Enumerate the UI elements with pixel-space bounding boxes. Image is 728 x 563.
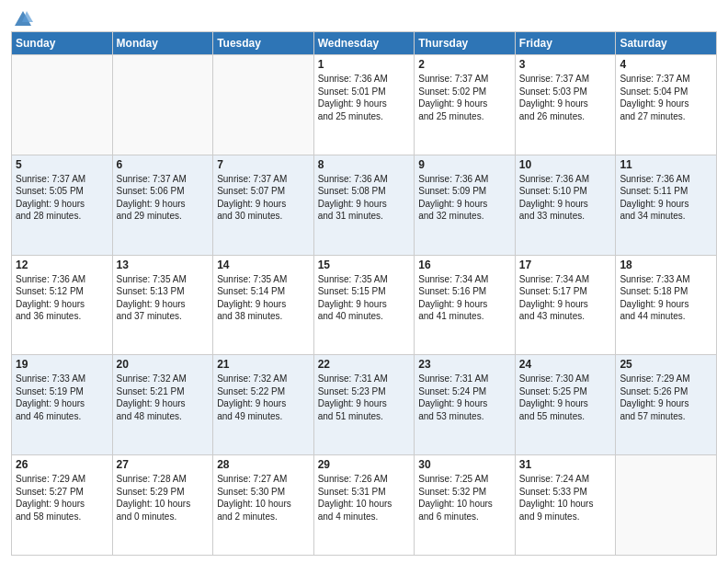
weekday-header-saturday: Saturday (616, 32, 717, 55)
day-info: Sunrise: 7:34 AM Sunset: 5:17 PM Dayligh… (519, 273, 612, 323)
day-info: Sunrise: 7:27 AM Sunset: 5:30 PM Dayligh… (217, 473, 310, 523)
day-number: 4 (620, 58, 712, 71)
calendar-cell: 14Sunrise: 7:35 AM Sunset: 5:14 PM Dayli… (213, 255, 314, 355)
day-number: 26 (16, 458, 108, 471)
day-info: Sunrise: 7:36 AM Sunset: 5:09 PM Dayligh… (418, 173, 511, 223)
day-number: 27 (117, 458, 210, 471)
calendar-cell (616, 455, 717, 556)
day-number: 2 (418, 58, 511, 71)
calendar-cell: 30Sunrise: 7:25 AM Sunset: 5:32 PM Dayli… (415, 455, 516, 556)
page-container: SundayMondayTuesdayWednesdayThursdayFrid… (0, 0, 728, 563)
day-number: 22 (318, 358, 411, 371)
day-number: 18 (620, 259, 712, 271)
day-info: Sunrise: 7:29 AM Sunset: 5:26 PM Dayligh… (620, 373, 712, 422)
day-info: Sunrise: 7:36 AM Sunset: 5:01 PM Dayligh… (318, 73, 411, 122)
calendar-cell (112, 55, 213, 155)
day-number: 24 (519, 358, 612, 371)
calendar-cell: 13Sunrise: 7:35 AM Sunset: 5:13 PM Dayli… (112, 255, 213, 355)
calendar-cell (12, 55, 113, 155)
day-number: 8 (318, 158, 411, 171)
weekday-header-wednesday: Wednesday (313, 32, 415, 55)
day-info: Sunrise: 7:37 AM Sunset: 5:03 PM Dayligh… (519, 73, 612, 122)
calendar-cell (213, 55, 314, 155)
calendar-cell: 10Sunrise: 7:36 AM Sunset: 5:10 PM Dayli… (515, 155, 616, 255)
day-number: 29 (318, 458, 411, 471)
day-number: 13 (117, 259, 210, 271)
calendar-cell: 4Sunrise: 7:37 AM Sunset: 5:04 PM Daylig… (616, 55, 717, 155)
day-info: Sunrise: 7:28 AM Sunset: 5:29 PM Dayligh… (117, 473, 210, 523)
calendar-cell: 23Sunrise: 7:31 AM Sunset: 5:24 PM Dayli… (415, 355, 516, 455)
calendar-cell: 28Sunrise: 7:27 AM Sunset: 5:30 PM Dayli… (213, 455, 314, 556)
day-info: Sunrise: 7:32 AM Sunset: 5:21 PM Dayligh… (117, 373, 210, 422)
logo-icon (13, 9, 33, 29)
day-info: Sunrise: 7:26 AM Sunset: 5:31 PM Dayligh… (318, 473, 411, 523)
day-info: Sunrise: 7:30 AM Sunset: 5:25 PM Dayligh… (519, 373, 612, 422)
day-info: Sunrise: 7:31 AM Sunset: 5:23 PM Dayligh… (318, 373, 411, 422)
calendar-cell: 31Sunrise: 7:24 AM Sunset: 5:33 PM Dayli… (515, 455, 616, 556)
day-number: 5 (16, 158, 108, 171)
day-info: Sunrise: 7:37 AM Sunset: 5:02 PM Dayligh… (418, 73, 511, 122)
day-number: 6 (117, 158, 210, 171)
day-info: Sunrise: 7:36 AM Sunset: 5:08 PM Dayligh… (318, 173, 411, 223)
day-info: Sunrise: 7:35 AM Sunset: 5:14 PM Dayligh… (217, 273, 310, 323)
day-info: Sunrise: 7:24 AM Sunset: 5:33 PM Dayligh… (519, 473, 612, 523)
calendar-cell: 1Sunrise: 7:36 AM Sunset: 5:01 PM Daylig… (313, 55, 415, 155)
day-number: 1 (318, 58, 411, 71)
weekday-header-tuesday: Tuesday (213, 32, 314, 55)
calendar-cell: 24Sunrise: 7:30 AM Sunset: 5:25 PM Dayli… (515, 355, 616, 455)
day-number: 28 (217, 458, 310, 471)
calendar-week-5: 26Sunrise: 7:29 AM Sunset: 5:27 PM Dayli… (12, 455, 717, 556)
day-number: 12 (16, 259, 108, 271)
calendar-cell: 19Sunrise: 7:33 AM Sunset: 5:19 PM Dayli… (12, 355, 113, 455)
calendar-week-1: 1Sunrise: 7:36 AM Sunset: 5:01 PM Daylig… (12, 55, 717, 155)
calendar-cell: 17Sunrise: 7:34 AM Sunset: 5:17 PM Dayli… (515, 255, 616, 355)
day-info: Sunrise: 7:35 AM Sunset: 5:13 PM Dayligh… (117, 273, 210, 323)
day-number: 14 (217, 259, 310, 271)
calendar-cell: 16Sunrise: 7:34 AM Sunset: 5:16 PM Dayli… (415, 255, 516, 355)
weekday-header-row: SundayMondayTuesdayWednesdayThursdayFrid… (12, 32, 717, 55)
calendar-cell: 9Sunrise: 7:36 AM Sunset: 5:09 PM Daylig… (415, 155, 516, 255)
day-number: 15 (318, 259, 411, 271)
day-info: Sunrise: 7:31 AM Sunset: 5:24 PM Dayligh… (418, 373, 511, 422)
day-number: 20 (117, 358, 210, 371)
calendar-cell: 15Sunrise: 7:35 AM Sunset: 5:15 PM Dayli… (313, 255, 415, 355)
day-info: Sunrise: 7:37 AM Sunset: 5:06 PM Dayligh… (117, 173, 210, 223)
calendar-cell: 22Sunrise: 7:31 AM Sunset: 5:23 PM Dayli… (313, 355, 415, 455)
calendar-cell: 8Sunrise: 7:36 AM Sunset: 5:08 PM Daylig… (313, 155, 415, 255)
day-number: 30 (418, 458, 511, 471)
calendar-cell: 12Sunrise: 7:36 AM Sunset: 5:12 PM Dayli… (12, 255, 113, 355)
logo (11, 9, 33, 26)
day-info: Sunrise: 7:36 AM Sunset: 5:11 PM Dayligh… (620, 173, 712, 223)
day-number: 19 (16, 358, 108, 371)
calendar-cell: 21Sunrise: 7:32 AM Sunset: 5:22 PM Dayli… (213, 355, 314, 455)
header (11, 9, 717, 26)
day-info: Sunrise: 7:37 AM Sunset: 5:05 PM Dayligh… (16, 173, 108, 223)
calendar-week-4: 19Sunrise: 7:33 AM Sunset: 5:19 PM Dayli… (12, 355, 717, 455)
calendar-week-3: 12Sunrise: 7:36 AM Sunset: 5:12 PM Dayli… (12, 255, 717, 355)
day-number: 3 (519, 58, 612, 71)
day-info: Sunrise: 7:37 AM Sunset: 5:04 PM Dayligh… (620, 73, 712, 122)
day-number: 23 (418, 358, 511, 371)
calendar-cell: 20Sunrise: 7:32 AM Sunset: 5:21 PM Dayli… (112, 355, 213, 455)
calendar-cell: 11Sunrise: 7:36 AM Sunset: 5:11 PM Dayli… (616, 155, 717, 255)
weekday-header-thursday: Thursday (415, 32, 516, 55)
calendar-week-2: 5Sunrise: 7:37 AM Sunset: 5:05 PM Daylig… (12, 155, 717, 255)
day-number: 16 (418, 259, 511, 271)
weekday-header-sunday: Sunday (12, 32, 113, 55)
day-number: 10 (519, 158, 612, 171)
day-number: 11 (620, 158, 712, 171)
logo-text-block (11, 9, 33, 26)
day-info: Sunrise: 7:29 AM Sunset: 5:27 PM Dayligh… (16, 473, 108, 523)
day-info: Sunrise: 7:37 AM Sunset: 5:07 PM Dayligh… (217, 173, 310, 223)
weekday-header-friday: Friday (515, 32, 616, 55)
day-number: 21 (217, 358, 310, 371)
weekday-header-monday: Monday (112, 32, 213, 55)
day-info: Sunrise: 7:36 AM Sunset: 5:12 PM Dayligh… (16, 273, 108, 323)
day-number: 17 (519, 259, 612, 271)
calendar-cell: 25Sunrise: 7:29 AM Sunset: 5:26 PM Dayli… (616, 355, 717, 455)
day-info: Sunrise: 7:33 AM Sunset: 5:18 PM Dayligh… (620, 273, 712, 323)
day-info: Sunrise: 7:35 AM Sunset: 5:15 PM Dayligh… (318, 273, 411, 323)
day-number: 25 (620, 358, 712, 371)
calendar-cell: 27Sunrise: 7:28 AM Sunset: 5:29 PM Dayli… (112, 455, 213, 556)
day-info: Sunrise: 7:25 AM Sunset: 5:32 PM Dayligh… (418, 473, 511, 523)
